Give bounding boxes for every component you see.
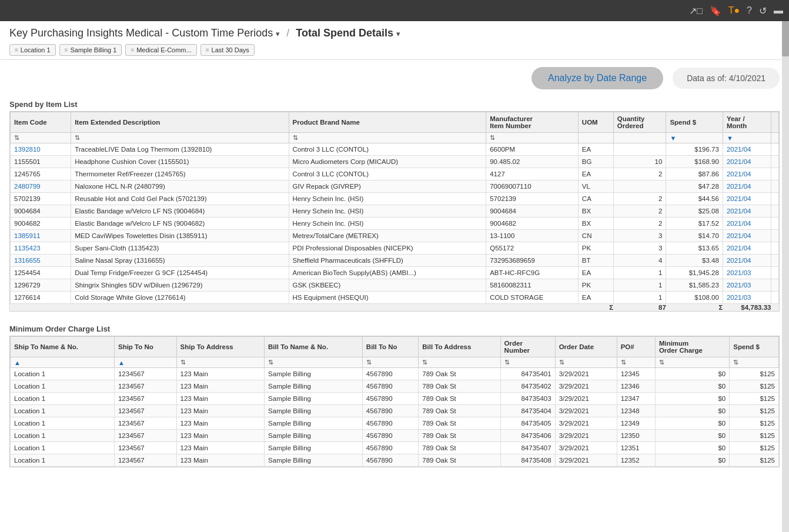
item-code-link[interactable]: 1135423 [14, 245, 41, 252]
right-scrollbar[interactable] [782, 21, 789, 477]
sort-order-date[interactable]: ⇅ [555, 357, 617, 368]
cell-description: Reusable Hot and Cold Gel Pack (5702139) [71, 193, 289, 205]
cell-uom: BG [578, 156, 613, 168]
export-icon[interactable]: ↗□ [689, 5, 703, 16]
sort-spend[interactable]: ▼ [666, 133, 723, 143]
sort-bill-addr[interactable]: ⇅ [419, 357, 500, 368]
cell-po: 12345 [617, 368, 655, 380]
cell-mfr-item: Q55172 [486, 242, 579, 255]
cell-year-month[interactable]: 2021/04 [723, 180, 771, 193]
sort-description[interactable]: ⇅ [71, 133, 289, 143]
cell-scroll-spacer [771, 279, 779, 292]
cell-description: MED CaviWipes Towelettes Disin (1385911) [71, 230, 289, 242]
cell-item-code[interactable]: 1135423 [11, 242, 71, 255]
item-code-link[interactable]: 1392810 [14, 146, 41, 153]
year-month-link[interactable]: 2021/04 [727, 183, 751, 190]
sort-qty[interactable] [613, 133, 666, 143]
item-code-link[interactable]: 1316655 [14, 257, 41, 264]
sort-ym[interactable]: ▼ [723, 133, 771, 143]
cell-year-month[interactable]: 2021/04 [723, 205, 771, 218]
cell-year-month[interactable]: 2021/04 [723, 218, 771, 230]
cell-item-code[interactable]: 2480799 [11, 180, 71, 193]
sort-spend-min[interactable]: ⇅ [730, 357, 779, 368]
cell-year-month[interactable]: 2021/04 [723, 255, 771, 267]
year-month-link[interactable]: 2021/04 [727, 220, 751, 227]
sort-order-num[interactable]: ⇅ [500, 357, 555, 368]
cell-year-month[interactable]: 2021/04 [723, 168, 771, 180]
cell-item-code[interactable]: 1316655 [11, 255, 71, 267]
title-caret1[interactable]: ▾ [276, 29, 280, 38]
cell-year-month[interactable]: 2021/04 [723, 230, 771, 242]
sort-ship-to-addr[interactable]: ⇅ [176, 357, 264, 368]
sort-bill-to-name[interactable]: ⇅ [265, 357, 363, 368]
year-month-link[interactable]: 2021/04 [727, 245, 751, 252]
cell-year-month[interactable]: 2021/04 [723, 143, 771, 156]
min-order-header: Ship To Name & No. Ship To No Ship To Ad… [11, 337, 779, 357]
title-caret2[interactable]: ▾ [396, 29, 400, 38]
cell-bill-to-addr: 789 Oak St [419, 393, 500, 405]
year-month-link[interactable]: 2021/04 [727, 257, 751, 264]
sort-uom[interactable] [578, 133, 613, 143]
bookmark-icon[interactable]: 🔖 [710, 5, 721, 16]
cell-item-code: 1254454 [11, 267, 71, 279]
col-po: PO# [617, 337, 655, 357]
sort-bill-to-no[interactable]: ⇅ [362, 357, 418, 368]
filter-chip-ecomm[interactable]: = Medical E-Comm... [125, 44, 196, 56]
year-month-link[interactable]: 2021/03 [727, 282, 751, 289]
cell-uom: BX [578, 205, 613, 218]
sort-ship-to-name[interactable]: ▲ [11, 357, 115, 368]
user-notifications-icon[interactable]: T● [728, 5, 740, 16]
col-brand: Product Brand Name [289, 112, 486, 133]
cell-scroll-spacer [771, 156, 779, 168]
cell-year-month[interactable]: 2021/03 [723, 267, 771, 279]
cell-uom: PK [578, 279, 613, 292]
item-code-link[interactable]: 2480799 [14, 183, 41, 190]
year-month-link[interactable]: 2021/03 [727, 294, 751, 301]
filter-bar: = Location 1 = Sample Billing 1 = Medica… [9, 44, 780, 56]
cell-order-date: 3/29/2021 [555, 442, 617, 454]
year-month-link[interactable]: 2021/03 [727, 269, 751, 276]
cell-item-code[interactable]: 1392810 [11, 143, 71, 156]
year-month-link[interactable]: 2021/04 [727, 208, 751, 215]
undo-icon[interactable]: ↺ [759, 5, 767, 16]
cell-year-month[interactable]: 2021/03 [723, 292, 771, 304]
cell-year-month[interactable]: 2021/04 [723, 242, 771, 255]
cell-year-month[interactable]: 2021/04 [723, 156, 771, 168]
spend-table-row: 2480799Naloxone HCL N-R (2480799)GIV Rep… [11, 180, 779, 193]
filter-chip-time[interactable]: = Last 30 Days [200, 44, 255, 56]
cell-bill-to-addr: 789 Oak St [419, 380, 500, 393]
cell-brand: Henry Schein Inc. (HSI) [289, 205, 486, 218]
sort-mfr[interactable]: ⇅ [486, 133, 579, 143]
analyze-button[interactable]: Analyze by Date Range [531, 67, 663, 89]
sort-item-code[interactable]: ⇅ [11, 133, 71, 143]
sort-min-charge[interactable]: ⇅ [655, 357, 729, 368]
min-order-table-row: Location 11234567123 MainSample Billing4… [11, 442, 779, 454]
sort-icon-addr: ⇅ [180, 359, 186, 366]
cell-item-code: 1155501 [11, 156, 71, 168]
year-month-link[interactable]: 2021/04 [727, 195, 751, 202]
total-qty: 87 [613, 304, 666, 312]
cell-order-number: 84735401 [500, 368, 555, 380]
cell-year-month[interactable]: 2021/03 [723, 279, 771, 292]
scrollbar-thumb[interactable] [782, 21, 789, 56]
total-sigma-qty-label: Σ [578, 304, 613, 312]
year-month-link[interactable]: 2021/04 [727, 170, 751, 178]
cell-item-code[interactable]: 1385911 [11, 230, 71, 242]
cell-year-month[interactable]: 2021/04 [723, 193, 771, 205]
year-month-link[interactable]: 2021/04 [727, 146, 751, 153]
cell-ship-to-name: Location 1 [11, 393, 115, 405]
filter-chip-location[interactable]: = Location 1 [9, 44, 56, 56]
cell-ship-to-no: 1234567 [114, 380, 176, 393]
cell-mfr-item: 5702139 [486, 193, 579, 205]
item-code-link[interactable]: 1385911 [14, 232, 41, 239]
help-icon[interactable]: ? [747, 5, 752, 16]
settings-icon[interactable]: ▬ [774, 5, 783, 16]
year-month-link[interactable]: 2021/04 [727, 158, 751, 165]
cell-spend: $125 [730, 430, 779, 442]
sort-ship-to-no[interactable]: ▲ [114, 357, 176, 368]
year-month-link[interactable]: 2021/04 [727, 232, 751, 239]
sort-po[interactable]: ⇅ [617, 357, 655, 368]
sort-brand[interactable]: ⇅ [289, 133, 486, 143]
total-label [11, 304, 579, 312]
filter-chip-billing[interactable]: = Sample Billing 1 [59, 44, 122, 56]
